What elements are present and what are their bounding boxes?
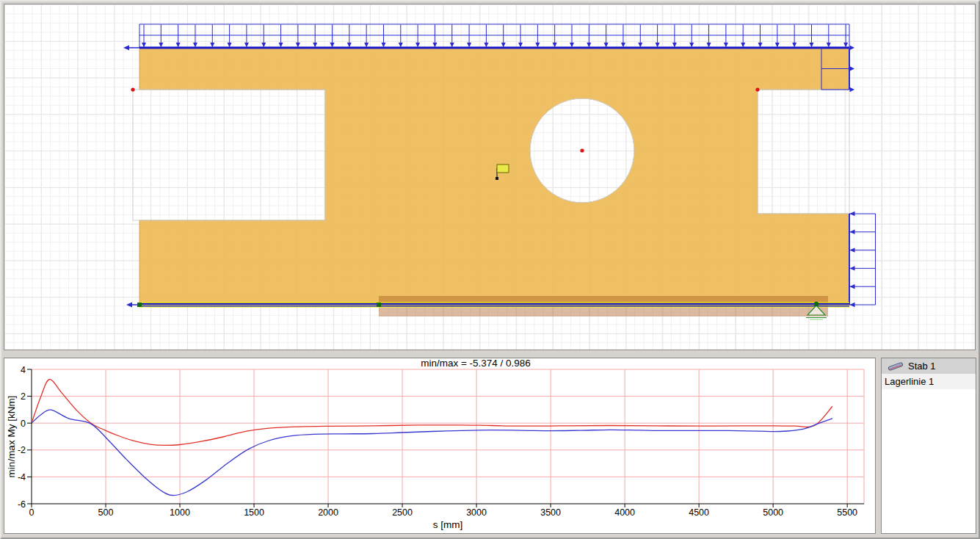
svg-text:500: 500 (98, 507, 114, 518)
right-opening-outline (758, 90, 849, 214)
left-arrow-icons (850, 211, 855, 307)
slab[interactable] (139, 48, 849, 305)
svg-text:4: 4 (21, 365, 26, 375)
svg-text:-2: -2 (18, 445, 26, 455)
point[interactable] (755, 87, 759, 91)
list-item-stab1[interactable]: Stab 1 (882, 358, 976, 374)
svg-text:4500: 4500 (689, 507, 709, 518)
result-object-list: Stab 1 Lagerlinie 1 (881, 358, 976, 534)
chart-axes (27, 369, 864, 507)
beam-icon (885, 361, 907, 371)
top-edge-left-arrow-icon (123, 46, 139, 51)
lower-right-edge-load (849, 211, 876, 307)
svg-text:5500: 5500 (837, 507, 857, 518)
svg-text:5000: 5000 (763, 507, 783, 518)
svg-text:2000: 2000 (318, 507, 338, 518)
svg-text:-6: -6 (18, 499, 26, 510)
down-arrow-icons (142, 25, 848, 48)
svg-text:3500: 3500 (540, 507, 561, 518)
svg-text:2: 2 (21, 391, 26, 402)
model-canvas[interactable] (4, 4, 975, 350)
svg-text:0: 0 (29, 507, 35, 518)
node[interactable] (377, 303, 381, 307)
left-opening-outline (133, 90, 325, 220)
svg-text:3000: 3000 (466, 507, 487, 518)
svg-text:2500: 2500 (392, 507, 413, 518)
point[interactable] (580, 148, 584, 152)
svg-text:0: 0 (21, 419, 26, 429)
top-distributed-load (139, 24, 849, 48)
model-view-panel[interactable] (4, 4, 976, 350)
list-item-label: Stab 1 (908, 361, 936, 372)
chart-tick-labels: 420-2-4-60500100015002000250030003500400… (18, 365, 857, 518)
beam-stab1[interactable] (139, 304, 849, 306)
svg-text:-4: -4 (18, 472, 26, 482)
chart-series-red (32, 380, 832, 446)
chart-ylabel: min/max My [kNm] (6, 396, 17, 478)
svg-text:1500: 1500 (244, 507, 264, 518)
point[interactable] (131, 87, 134, 91)
chart-title: min/max = -5.374 / 0.986 (421, 358, 531, 369)
chart-grid (32, 369, 864, 504)
svg-text:1000: 1000 (170, 507, 190, 518)
list-item-label: Lagerlinie 1 (885, 376, 934, 387)
chart-xlabel: s [mm] (433, 519, 463, 530)
result-chart: 420-2-4-60500100015002000250030003500400… (4, 358, 875, 533)
node[interactable] (137, 303, 142, 307)
list-item-lagerlinie1[interactable]: Lagerlinie 1 (882, 374, 976, 389)
svg-text:4000: 4000 (614, 507, 635, 518)
result-diagram-panel: 420-2-4-60500100015002000250030003500400… (4, 358, 876, 534)
chart-series-blue (32, 410, 832, 496)
